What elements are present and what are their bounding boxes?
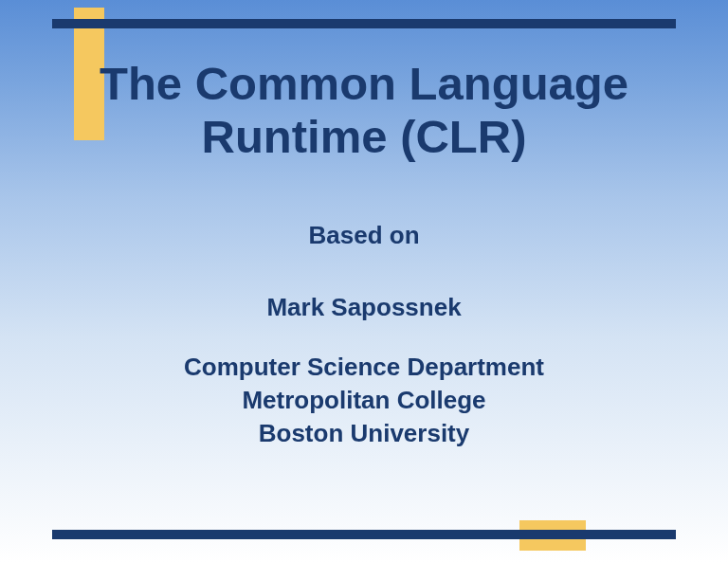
affiliation-line-2: Metropolitan College — [52, 384, 676, 417]
affiliation-line-3: Boston University — [52, 417, 676, 450]
author-name: Mark Sapossnek — [52, 293, 676, 322]
slide-title: The Common Language Runtime (CLR) — [52, 57, 676, 164]
bottom-horizontal-bar — [52, 530, 676, 539]
top-horizontal-bar — [52, 19, 676, 28]
affiliation-line-1: Computer Science Department — [52, 351, 676, 384]
affiliation-block: Computer Science Department Metropolitan… — [52, 351, 676, 450]
slide-content: The Common Language Runtime (CLR) Based … — [52, 57, 676, 450]
based-on-label: Based on — [52, 221, 676, 250]
